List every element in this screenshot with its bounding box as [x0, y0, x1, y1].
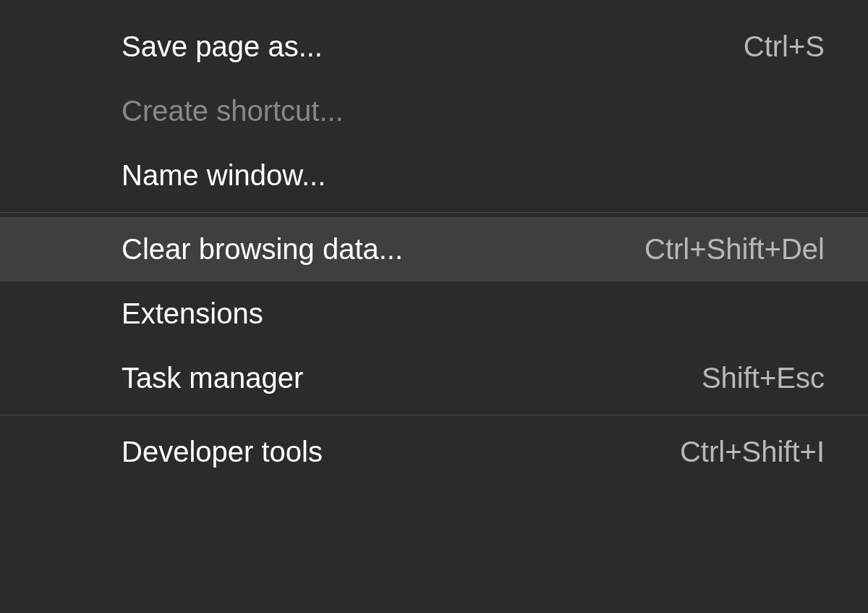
menu-item-label: Developer tools [122, 436, 323, 468]
menu-item-label: Save page as... [122, 30, 323, 63]
menu-item-shortcut: Shift+Esc [702, 362, 825, 394]
menu-item-clear-browsing-data[interactable]: Clear browsing data... Ctrl+Shift+Del [0, 217, 868, 282]
menu-separator [0, 212, 868, 213]
menu-item-shortcut: Ctrl+Shift+Del [644, 233, 825, 266]
menu-item-label: Task manager [122, 362, 303, 394]
menu-item-extensions[interactable]: Extensions [0, 282, 868, 346]
menu-item-task-manager[interactable]: Task manager Shift+Esc [0, 346, 868, 410]
menu-item-shortcut: Ctrl+Shift+I [680, 436, 825, 468]
menu-item-create-shortcut: Create shortcut... [0, 79, 868, 143]
menu-item-label: Create shortcut... [122, 95, 344, 127]
menu-item-label: Clear browsing data... [122, 233, 403, 266]
menu-item-save-page-as[interactable]: Save page as... Ctrl+S [0, 14, 868, 79]
menu-item-shortcut: Ctrl+S [744, 30, 825, 63]
menu-item-label: Name window... [122, 159, 326, 192]
context-menu: Save page as... Ctrl+S Create shortcut..… [0, 0, 868, 613]
menu-item-name-window[interactable]: Name window... [0, 143, 868, 208]
menu-item-developer-tools[interactable]: Developer tools Ctrl+Shift+I [0, 420, 868, 484]
menu-top-spacer [0, 0, 868, 14]
menu-separator [0, 415, 868, 415]
menu-item-label: Extensions [122, 297, 263, 330]
